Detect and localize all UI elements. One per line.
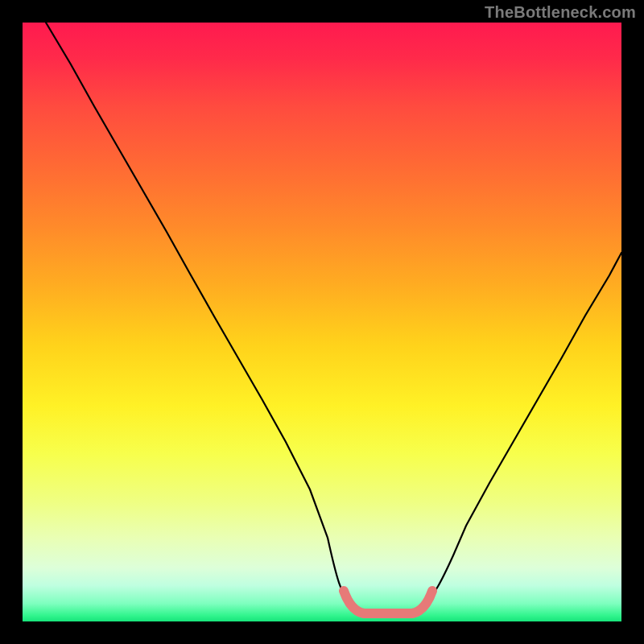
curve-layer xyxy=(23,23,621,621)
plot-area xyxy=(23,23,621,621)
bottleneck-curve xyxy=(46,23,621,614)
optimal-band xyxy=(344,591,432,613)
watermark-text: TheBottleneck.com xyxy=(485,3,636,22)
chart-frame: TheBottleneck.com xyxy=(0,0,644,644)
